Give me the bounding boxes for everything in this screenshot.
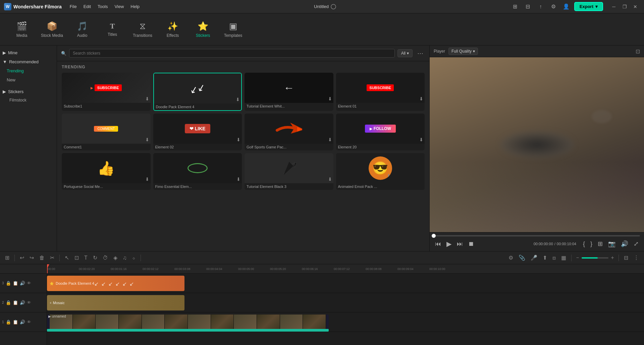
- panel-recommended[interactable]: ▼ Recommended: [0, 57, 57, 66]
- progress-bar[interactable]: [434, 235, 640, 236]
- tl-redo-icon[interactable]: ↪: [28, 254, 36, 262]
- sticker-tutorial-white[interactable]: ← ⬇ Tutorial Element Whit...: [245, 73, 333, 111]
- tl-view-options-icon[interactable]: ⊟: [622, 254, 630, 262]
- more-options-button[interactable]: ⋯: [415, 49, 425, 58]
- sticker-comment1[interactable]: COMMENT ⬇ Comment1: [62, 114, 151, 150]
- sticker-animated-emoji[interactable]: 😎 ⬇ Animated Emoii Pack ...: [336, 153, 425, 190]
- sticker-tutorial-black[interactable]: ⬇ Tutorial Element Black 3: [245, 153, 333, 190]
- icon-btn-5[interactable]: 👤: [561, 2, 571, 11]
- clip-doodle4[interactable]: ⭐ Doodle Pack Element 4 ↙↙↙↙↙↙: [47, 276, 184, 291]
- toolbar-audio[interactable]: 🎵 Audio: [67, 16, 97, 43]
- panel-new[interactable]: New: [0, 75, 57, 84]
- tl-color-icon[interactable]: ◈: [112, 254, 119, 262]
- icon-btn-4[interactable]: ⚙: [549, 2, 558, 11]
- track1-lock-icon[interactable]: 🔒: [6, 320, 11, 325]
- track3-copy-icon[interactable]: 📋: [13, 281, 18, 286]
- track2-lock-icon[interactable]: 🔒: [6, 300, 11, 305]
- sticker-portuguese[interactable]: 👍 ⬇ Portuguese Social Me...: [62, 153, 151, 190]
- sticker-element20[interactable]: FOLLOW ⬇ Element 20: [336, 114, 425, 150]
- toolbar-templates[interactable]: ▣ Templates: [218, 16, 248, 43]
- sticker-subscribe1[interactable]: ▶ SUBSCRIBE ⬇ Subscribe1: [62, 73, 151, 111]
- skip-back-button[interactable]: ⏮: [434, 240, 442, 248]
- tl-mic-icon[interactable]: 🎤: [529, 254, 539, 262]
- search-input[interactable]: [69, 49, 395, 58]
- tl-text-icon[interactable]: T: [83, 254, 89, 262]
- icon-btn-2[interactable]: ⊟: [523, 2, 533, 11]
- sticker-golf[interactable]: ⬇ Golf Sports Game Pac...: [245, 114, 333, 150]
- toolbar-stock-media[interactable]: 📦 Stock Media: [37, 16, 67, 43]
- mark-in-button[interactable]: {: [582, 240, 586, 248]
- tl-add-track-icon[interactable]: ⊞: [3, 254, 11, 262]
- menu-edit[interactable]: Edit: [84, 4, 91, 9]
- tl-undo-icon[interactable]: ↩: [18, 254, 26, 262]
- tl-clip-icon[interactable]: 📎: [517, 254, 527, 262]
- tl-select-icon[interactable]: ↖: [63, 254, 71, 262]
- tl-extract-icon[interactable]: ⬆: [541, 254, 549, 262]
- menu-file[interactable]: File: [70, 4, 77, 9]
- track1-copy-icon[interactable]: 📋: [13, 320, 18, 325]
- fit-screen-button[interactable]: ⊞: [596, 239, 604, 248]
- toolbar-titles[interactable]: T Titles: [97, 16, 127, 43]
- track3-audio-icon[interactable]: 🔊: [20, 281, 25, 286]
- track1-eye-icon[interactable]: 👁: [27, 320, 31, 325]
- tl-crop-icon[interactable]: ⊡: [73, 254, 80, 262]
- menu-view[interactable]: View: [114, 4, 124, 9]
- timeline-content: 3 🔒 📋 🔊 👁 2 🔒 📋 🔊 👁 1 🔒 📋 🔊 👁: [0, 264, 644, 345]
- panel-trending[interactable]: Trending: [0, 66, 57, 75]
- fullscreen-btn[interactable]: ⤢: [632, 239, 640, 248]
- toolbar-effects[interactable]: ✨ Effects: [158, 16, 188, 43]
- clip-mosaic[interactable]: + Mosaic: [47, 295, 184, 310]
- tl-audio-icon[interactable]: ♫: [121, 254, 128, 262]
- sticker-tutorial-black-name: Tutorial Element Black 3: [245, 183, 333, 190]
- panel-stickers[interactable]: ▶ Stickers: [0, 87, 57, 96]
- tl-merge-icon[interactable]: ⧈: [551, 254, 557, 262]
- export-button[interactable]: Export ▾: [574, 2, 603, 11]
- toolbar-media[interactable]: 🎬 Media: [7, 16, 37, 43]
- minimize-button[interactable]: ─: [609, 2, 619, 11]
- close-button[interactable]: ✕: [631, 2, 640, 11]
- panel-mine[interactable]: ▶ Mine: [0, 48, 57, 57]
- menu-tools[interactable]: Tools: [98, 4, 108, 9]
- quality-select[interactable]: Full Quality ▾: [448, 48, 478, 55]
- sticker-doodle4[interactable]: ↙↙ ⬇ Doodle Pack Element 4: [153, 73, 242, 111]
- sticker-element01[interactable]: SUBSCRIBE ⬇ Element 01: [336, 73, 425, 111]
- tl-keyframe-icon[interactable]: ⬦: [130, 254, 137, 262]
- tl-expand-icon[interactable]: ⋮: [632, 254, 641, 262]
- stop-button[interactable]: ⏹: [467, 240, 476, 248]
- time-marker-6: 00:00:05:00: [238, 267, 254, 271]
- tl-delete-icon[interactable]: 🗑: [38, 254, 46, 262]
- icon-btn-3[interactable]: ↑: [536, 2, 545, 11]
- track2-audio-icon[interactable]: 🔊: [20, 300, 25, 305]
- track2-eye-icon[interactable]: 👁: [27, 300, 31, 305]
- menu-help[interactable]: Help: [130, 4, 140, 9]
- panel-filmstock[interactable]: Filmstock: [0, 96, 57, 104]
- forward-frame-button[interactable]: ⏭: [455, 240, 464, 248]
- maximize-button[interactable]: ❐: [620, 2, 629, 11]
- tl-grid-icon[interactable]: ▦: [559, 254, 568, 262]
- tl-timer-icon[interactable]: ⏱: [101, 254, 110, 262]
- track3-lock-icon[interactable]: 🔒: [6, 281, 11, 286]
- zoom-slider[interactable]: [582, 257, 608, 259]
- play-pause-button[interactable]: ▶: [445, 239, 453, 249]
- mark-out-button[interactable]: }: [589, 240, 594, 248]
- sticker-fimo[interactable]: ⬇ Fimo Essential Elem...: [153, 153, 242, 190]
- track1-audio-icon[interactable]: 🔊: [20, 320, 25, 325]
- zoom-in-button[interactable]: ＋: [610, 254, 615, 261]
- track2-copy-icon[interactable]: 📋: [13, 300, 18, 305]
- content-panel: 🔍 All ▾ ⋯ TRENDING ▶ SUBSCRIBE ⬇: [57, 46, 429, 251]
- track3-eye-icon[interactable]: 👁: [27, 281, 31, 286]
- sticker-element02[interactable]: ❤ LIKE ⬇ Element 02: [153, 114, 242, 150]
- filter-dropdown[interactable]: All ▾: [397, 49, 413, 57]
- icon-btn-1[interactable]: ⊞: [511, 2, 520, 11]
- fullscreen-icon[interactable]: ⊡: [636, 48, 640, 55]
- zoom-out-button[interactable]: －: [575, 254, 580, 261]
- tl-split-icon[interactable]: ✂: [48, 254, 56, 262]
- volume-button[interactable]: 🔊: [620, 239, 630, 248]
- playhead[interactable]: [47, 264, 48, 273]
- tl-rotate-icon[interactable]: ↻: [91, 254, 99, 262]
- time-marker-12: 00:00:10:00: [429, 267, 445, 271]
- snapshot-button[interactable]: 📷: [607, 239, 617, 248]
- toolbar-transitions[interactable]: ⧖ Transitions: [127, 16, 158, 43]
- tl-settings-icon[interactable]: ⚙: [507, 254, 515, 262]
- toolbar-stickers[interactable]: ⭐ Stickers: [188, 16, 218, 43]
